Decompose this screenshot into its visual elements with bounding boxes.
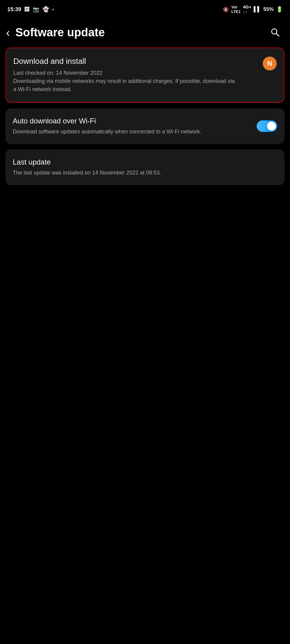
last-update-card[interactable]: Last update The last update was installe…: [5, 149, 285, 185]
last-update-title: Last update: [13, 158, 277, 166]
svg-line-1: [276, 34, 279, 36]
download-card-description: Last checked on: 14 November 2022Downloa…: [13, 69, 237, 93]
snapchat-icon: 👻: [42, 6, 49, 13]
auto-download-card: Auto download over Wi-Fi Download softwa…: [5, 108, 285, 144]
search-icon: [270, 27, 280, 37]
toolbar: ‹ Software update: [0, 20, 290, 45]
auto-download-item[interactable]: Auto download over Wi-Fi Download softwa…: [5, 108, 285, 144]
auto-download-text: Auto download over Wi-Fi Download softwa…: [13, 117, 257, 136]
notification-badge: N: [263, 57, 277, 70]
toolbar-left: ‹ Software update: [6, 26, 105, 39]
status-time: 15:39: [7, 6, 21, 13]
signal-bars-icon: ▌▌: [254, 6, 261, 12]
status-left: 15:39 🖼 📷 👻 ●: [7, 6, 54, 13]
content-area: Download and install Last checked on: 14…: [0, 45, 290, 191]
dot-indicator: ●: [52, 7, 54, 11]
network-icon: 4G+↓↑: [243, 5, 251, 14]
section-divider: [7, 103, 283, 103]
back-button[interactable]: ‹: [6, 27, 10, 38]
auto-download-title: Auto download over Wi-Fi: [13, 117, 251, 125]
search-button[interactable]: [269, 26, 281, 39]
toggle-track: [257, 120, 277, 132]
download-card-title: Download and install: [13, 57, 277, 66]
last-update-description: The last update was installed on 14 Nove…: [13, 169, 277, 177]
auto-download-description: Download software updates automatically …: [13, 128, 251, 136]
battery-icon: 🔋: [276, 6, 283, 13]
badge-label: N: [267, 60, 272, 67]
toggle-thumb: [267, 122, 276, 131]
download-install-card[interactable]: Download and install Last checked on: 14…: [5, 47, 285, 103]
instagram-icon: 📷: [33, 6, 39, 13]
page-title: Software update: [15, 26, 105, 39]
battery-percent: 55%: [263, 6, 274, 12]
auto-download-toggle[interactable]: [257, 120, 277, 132]
status-bar: 15:39 🖼 📷 👻 ● 🔇 VolLTE1 4G+↓↑ ▌▌ 55% 🔋: [0, 0, 290, 17]
gallery-icon: 🖼: [24, 6, 30, 13]
back-icon: ‹: [6, 26, 10, 39]
volte-icon: VolLTE1: [231, 5, 241, 14]
status-right: 🔇 VolLTE1 4G+↓↑ ▌▌ 55% 🔋: [223, 5, 283, 14]
mute-icon: 🔇: [223, 7, 229, 12]
